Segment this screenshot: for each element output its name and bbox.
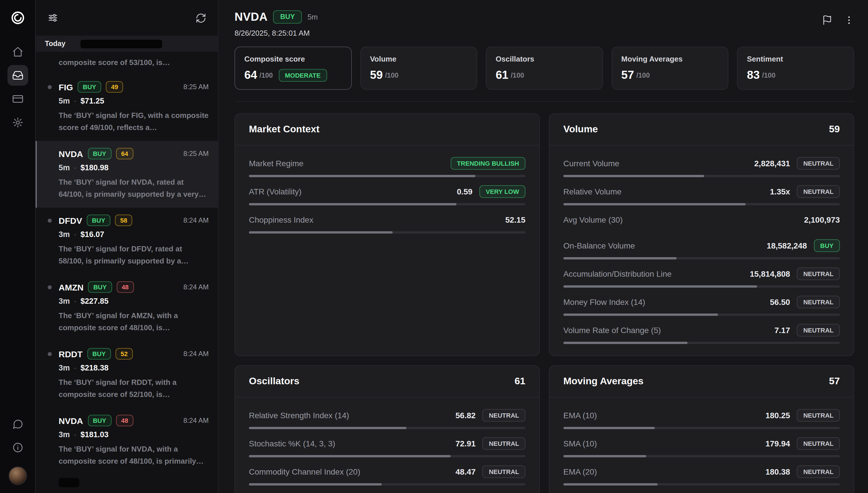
metric-value: 180.38: [766, 467, 790, 476]
signal-list-item[interactable]: RDDT BUY 52 8:24 AM 3m · $218.38 The ‘BU…: [36, 341, 218, 408]
metric-label: Accumulation/Distribution Line: [563, 269, 672, 278]
metric-status-badge: NEUTRAL: [483, 409, 525, 421]
flag-icon[interactable]: [822, 15, 832, 25]
metric-status-badge: NEUTRAL: [797, 267, 840, 280]
signal-timeframe: 5m: [59, 97, 70, 105]
signal-list-item[interactable]: FIG BUY 49 8:25 AM 5m · $71.25 The ‘BUY’…: [36, 74, 218, 141]
score-card-max: /100: [762, 71, 775, 79]
signal-score-badge: 48: [116, 281, 134, 293]
redacted-block: [81, 39, 162, 48]
settings-gear-icon[interactable]: [7, 112, 28, 133]
wallet-icon[interactable]: [7, 89, 28, 109]
score-card-max: /100: [259, 71, 273, 79]
info-icon[interactable]: [7, 437, 28, 458]
panel-score: 59: [829, 124, 840, 135]
signal-list-item-selected[interactable]: NVDA BUY 64 8:25 AM 5m · $180.98 The ‘BU…: [36, 141, 218, 208]
refresh-icon[interactable]: [196, 13, 206, 23]
metric-value: 1.35x: [770, 187, 790, 196]
metric-progress-fill: [563, 483, 657, 486]
signal-list[interactable]: composite score of 53/100, is… FIG BUY 4…: [36, 52, 218, 493]
signal-list-item[interactable]: NVDA BUY 48 8:24 AM 3m · $181.03 The ‘BU…: [36, 408, 218, 475]
score-card-label: Composite score: [244, 55, 342, 63]
metric-progress-track: [563, 427, 840, 429]
signal-ticker: NVDA: [59, 415, 83, 425]
signal-type-badge: BUY: [77, 81, 101, 93]
score-card-value: 57: [621, 68, 634, 82]
metric-row: Current Volume 2,828,431 NEUTRAL: [563, 149, 840, 177]
signal-score-badge: 58: [115, 215, 133, 226]
market-context-panel: Market Context Market Regime TRENDING BU…: [234, 113, 540, 356]
metric-value: 52.15: [505, 215, 525, 224]
metric-progress-fill: [563, 175, 705, 177]
user-avatar[interactable]: [8, 467, 27, 485]
signal-description: The ‘BUY’ signal for RDDT, with a compos…: [59, 376, 209, 400]
unread-dot: [48, 352, 52, 356]
signal-detail-header: NVDA BUY 5m 8/26/2025, 8:25:01 AM: [234, 10, 854, 37]
signal-type-badge: BUY: [88, 415, 111, 426]
signal-list-item[interactable]: DFDV BUY 58 8:24 AM 3m · $16.07 The ‘BUY…: [36, 208, 218, 274]
metric-progress-track: [249, 203, 525, 206]
metric-value: 56.82: [456, 410, 476, 420]
metric-row: SMA (10) 179.94 NEUTRAL: [563, 429, 840, 457]
metric-row: Market Regime TRENDING BULLISH: [249, 149, 525, 177]
separator-dot: ·: [74, 297, 76, 305]
panel-score: 61: [515, 376, 525, 387]
separator-dot: ·: [74, 97, 76, 105]
chat-icon[interactable]: [7, 414, 28, 434]
signal-time: 8:24 AM: [183, 416, 209, 425]
metric-status-badge: NEUTRAL: [797, 185, 840, 198]
signal-ticker: AMZN: [59, 282, 84, 292]
signal-time: 8:25 AM: [183, 83, 209, 91]
metric-progress-track: [563, 175, 840, 177]
metric-progress-track: [563, 285, 840, 287]
metric-value: 18,582,248: [767, 241, 807, 250]
score-card-label: Volume: [370, 55, 467, 63]
metric-row: Relative Volume 1.35x NEUTRAL: [563, 177, 840, 206]
metric-progress-fill: [249, 203, 456, 206]
metric-row: Commodity Channel Index (20) 48.47 NEUTR…: [249, 457, 525, 486]
metric-progress-track: [563, 342, 840, 344]
unread-dot: [48, 285, 52, 290]
signal-time: 8:25 AM: [183, 150, 209, 158]
score-card-value: 83: [747, 68, 760, 82]
metric-value: 2,100,973: [804, 215, 840, 224]
unread-dot: [48, 85, 52, 89]
metric-value: 180.25: [766, 410, 790, 420]
signal-score-badge: 52: [116, 348, 133, 360]
panel-title: Market Context: [249, 124, 320, 135]
metric-row: Choppiness Index 52.15: [249, 206, 525, 234]
signal-list-item-partial[interactable]: composite score of 53/100, is…: [36, 52, 218, 74]
metric-row: EMA (20) 180.38 NEUTRAL: [563, 457, 840, 486]
metric-row: Stochastic %K (14, 3, 3) 72.91 NEUTRAL: [249, 429, 525, 457]
metric-status-badge: NEUTRAL: [483, 437, 525, 450]
inbox-icon[interactable]: [7, 65, 28, 86]
metric-progress-fill: [249, 455, 451, 457]
metric-label: EMA (10): [563, 410, 597, 420]
metric-label: Current Volume: [563, 158, 619, 168]
signal-list-item[interactable]: AMZN BUY 48 8:24 AM 3m · $227.85 The ‘BU…: [36, 274, 218, 341]
header-left: NVDA BUY 5m 8/26/2025, 8:25:01 AM: [234, 10, 318, 37]
home-icon[interactable]: [7, 41, 28, 62]
volume-score-card: Volume 59 /100: [360, 47, 477, 90]
rail-bottom-group: [7, 414, 28, 485]
signal-description: The ‘BUY’ signal for FIG, with a composi…: [59, 109, 209, 133]
metric-row: Relative Strength Index (14) 56.82 NEUTR…: [249, 401, 525, 429]
signal-price: $227.85: [81, 297, 109, 305]
score-card-value: 64: [244, 68, 257, 82]
signal-description: The ‘BUY’ signal for NVDA, rated at 64/1…: [59, 176, 209, 200]
metric-status-badge: NEUTRAL: [797, 157, 840, 169]
signal-score-badge: 49: [106, 81, 123, 93]
signal-timeframe: 3m: [59, 230, 70, 239]
kebab-menu-icon[interactable]: [844, 15, 854, 25]
signal-description: The ‘BUY’ signal for DFDV, rated at 58/1…: [59, 243, 209, 267]
signal-score-badge: 64: [116, 148, 134, 159]
filter-sliders-icon[interactable]: [47, 12, 59, 24]
oscillators-panel: Oscillators 61 Relative Strength Index (…: [234, 365, 540, 493]
signal-ticker: NVDA: [59, 149, 83, 158]
panel-score: 57: [829, 376, 840, 387]
section-label: Today: [45, 40, 66, 48]
metric-progress-fill: [563, 257, 677, 259]
signal-ticker: RDDT: [59, 349, 83, 359]
separator-dot: ·: [74, 230, 76, 239]
metric-value: 48.47: [456, 467, 476, 476]
